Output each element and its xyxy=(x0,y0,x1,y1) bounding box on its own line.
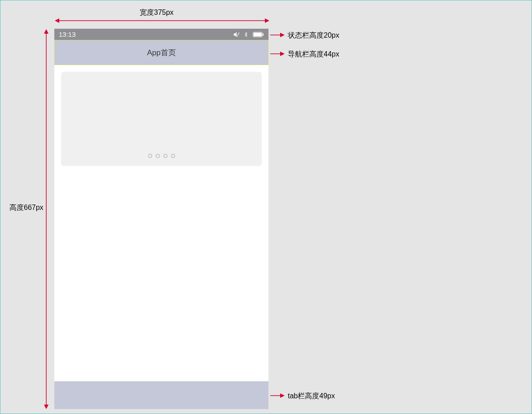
svg-marker-5 xyxy=(44,405,48,409)
pager-dot[interactable] xyxy=(163,154,167,158)
svg-marker-7 xyxy=(280,33,285,37)
svg-rect-14 xyxy=(254,32,262,36)
tabbar-label: tab栏高度49px xyxy=(288,392,335,401)
svg-marker-1 xyxy=(55,18,59,23)
svg-marker-4 xyxy=(44,29,48,34)
pager-dots xyxy=(148,154,175,158)
nav-bar: App首页 xyxy=(54,40,268,65)
tab-bar[interactable] xyxy=(54,381,268,409)
svg-rect-15 xyxy=(262,33,264,35)
status-time: 13:13 xyxy=(59,31,76,38)
width-label: 宽度375px xyxy=(140,8,174,17)
svg-line-12 xyxy=(237,32,239,36)
svg-marker-11 xyxy=(280,393,285,398)
svg-marker-9 xyxy=(280,52,285,56)
height-arrow xyxy=(43,29,49,409)
nav-title: App首页 xyxy=(147,48,176,58)
width-arrow xyxy=(55,17,269,24)
mute-icon xyxy=(233,31,240,38)
content-area xyxy=(54,65,268,381)
svg-marker-2 xyxy=(265,18,269,23)
navbar-label: 导航栏高度44px xyxy=(288,50,339,59)
navbar-pointer xyxy=(270,51,285,57)
height-label: 高度667px xyxy=(9,203,44,213)
status-bar: 13:13 xyxy=(54,29,268,40)
bluetooth-icon xyxy=(243,31,249,38)
statusbar-label: 状态栏高度20px xyxy=(288,31,339,40)
pager-dot[interactable] xyxy=(148,154,152,158)
battery-icon xyxy=(252,32,264,37)
banner-carousel[interactable] xyxy=(61,72,262,166)
statusbar-pointer xyxy=(270,32,285,38)
pager-dot[interactable] xyxy=(156,154,160,158)
pager-dot[interactable] xyxy=(171,154,175,158)
tabbar-pointer xyxy=(270,392,285,399)
phone-frame: 13:13 App首页 xyxy=(54,29,268,409)
status-icons xyxy=(233,31,264,38)
